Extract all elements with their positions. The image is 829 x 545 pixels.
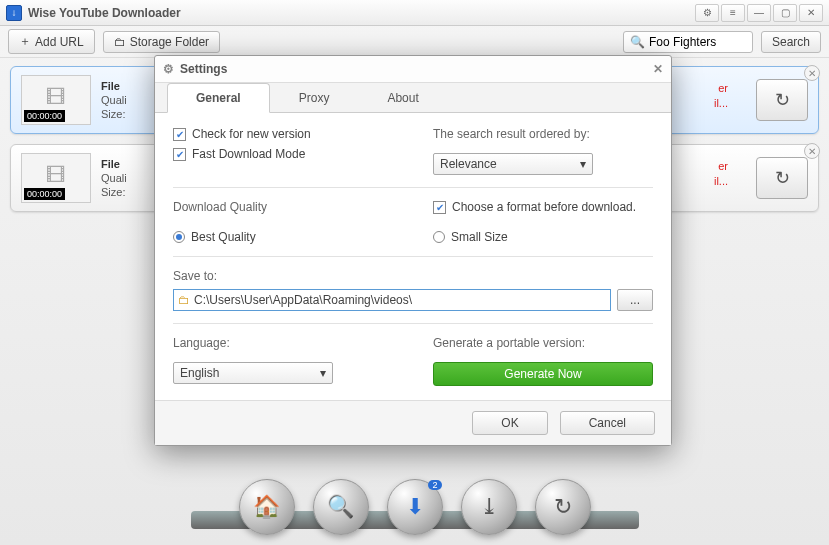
choose-format-checkbox[interactable]: ✔Choose a format before download. [433,200,653,214]
order-label: The search result ordered by: [433,127,653,141]
tab-proxy[interactable]: Proxy [270,83,359,113]
best-quality-radio[interactable]: Best Quality [173,230,393,244]
cancel-button[interactable]: Cancel [560,411,655,435]
tab-about[interactable]: About [358,83,447,113]
radio-icon [173,231,185,243]
generate-now-button[interactable]: Generate Now [433,362,653,386]
portable-label: Generate a portable version: [433,336,653,350]
checkbox-icon: ✔ [173,148,186,161]
language-select[interactable]: English▾ [173,362,333,384]
download-quality-label: Download Quality [173,200,393,214]
browse-button[interactable]: ... [617,289,653,311]
language-label: Language: [173,336,393,350]
gear-icon: ⚙ [163,62,174,76]
radio-icon [433,231,445,243]
chevron-down-icon: ▾ [580,157,586,171]
checkbox-icon: ✔ [173,128,186,141]
folder-icon: 🗀 [178,293,190,307]
modal-mask: ⚙ Settings ✕ General Proxy About ✔Check … [0,0,829,545]
ok-button[interactable]: OK [472,411,547,435]
chevron-down-icon: ▾ [320,366,326,380]
tab-general[interactable]: General [167,83,270,113]
settings-dialog: ⚙ Settings ✕ General Proxy About ✔Check … [154,55,672,446]
small-size-radio[interactable]: Small Size [433,230,653,244]
dialog-close-button[interactable]: ✕ [653,62,663,76]
tabs: General Proxy About [155,83,671,113]
save-path-input[interactable]: 🗀C:\Users\User\AppData\Roaming\videos\ [173,289,611,311]
save-to-label: Save to: [173,269,653,283]
fast-mode-checkbox[interactable]: ✔Fast Download Mode [173,147,393,161]
order-select[interactable]: Relevance▾ [433,153,593,175]
checkbox-icon: ✔ [433,201,446,214]
check-version-checkbox[interactable]: ✔Check for new version [173,127,393,141]
dialog-title: ⚙ Settings ✕ [155,56,671,83]
